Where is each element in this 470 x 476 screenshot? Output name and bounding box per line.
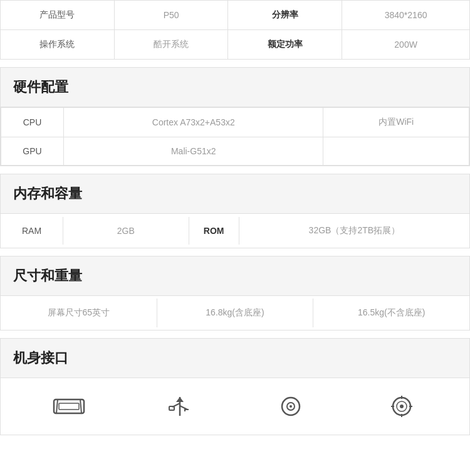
resolution-value: 3840*2160: [342, 1, 470, 30]
dimensions-title: 尺寸和重量: [1, 257, 469, 296]
svg-point-14: [400, 405, 404, 408]
cpu-value: Cortex A73x2+A53x2: [64, 108, 323, 137]
table-row: GPU Mali-G51x2: [1, 137, 469, 166]
interface-icons-row: [1, 378, 469, 435]
resolution-label: 分辨率: [228, 1, 342, 30]
svg-marker-3: [176, 397, 184, 402]
hardware-table: CPU Cortex A73x2+A53x2 内置WiFi GPU Mali-G…: [1, 107, 469, 166]
dimensions-row: 屏幕尺寸65英寸 16.8kg(含底座) 16.5kg(不含底座): [1, 296, 469, 330]
table-row: 产品型号 P50 分辨率 3840*2160: [1, 1, 470, 30]
table-row: CPU Cortex A73x2+A53x2 内置WiFi: [1, 108, 469, 137]
hdmi-icon-item: [53, 394, 85, 418]
ram-value: 2GB: [63, 217, 189, 245]
svg-point-11: [290, 405, 292, 408]
power-label: 额定功率: [228, 30, 342, 60]
interface-title: 机身接口: [1, 339, 469, 378]
headphone-icon-item: [274, 394, 307, 418]
product-table: 产品型号 P50 分辨率 3840*2160 操作系统 酷开系统 额定功率 20…: [0, 0, 470, 60]
weight-without-base: 16.5kg(不含底座): [313, 299, 469, 327]
av-icon-item: [385, 394, 418, 418]
os-value: 酷开系统: [114, 30, 228, 60]
headphone-icon: [274, 394, 307, 418]
usb-icon: [164, 394, 196, 418]
svg-rect-1: [59, 403, 79, 410]
product-model-label: 产品型号: [1, 1, 115, 30]
rom-label: ROM: [189, 217, 239, 245]
hardware-body: CPU Cortex A73x2+A53x2 内置WiFi GPU Mali-G…: [1, 107, 469, 166]
os-label: 操作系统: [1, 30, 115, 60]
wifi-label: 内置WiFi: [323, 108, 469, 137]
memory-section: 内存和容量 RAM 2GB ROM 32GB（支持2TB拓展）: [0, 174, 470, 248]
gpu-extra: [323, 137, 469, 166]
hdmi-icon: [53, 394, 85, 418]
memory-body: RAM 2GB ROM 32GB（支持2TB拓展）: [1, 214, 469, 248]
weight-with-base: 16.8kg(含底座): [157, 299, 314, 327]
av-icon: [385, 394, 418, 418]
dimensions-section: 尺寸和重量 屏幕尺寸65英寸 16.8kg(含底座) 16.5kg(不含底座): [0, 256, 470, 331]
ram-label: RAM: [1, 217, 63, 245]
table-row: 操作系统 酷开系统 额定功率 200W: [1, 30, 470, 60]
cpu-label: CPU: [1, 108, 64, 137]
svg-rect-5: [169, 406, 174, 410]
product-model-value: P50: [114, 1, 228, 30]
rom-value: 32GB（支持2TB拓展）: [239, 216, 469, 245]
gpu-label: GPU: [1, 137, 64, 166]
usb-icon-item: [164, 394, 196, 418]
gpu-value: Mali-G51x2: [64, 137, 323, 166]
hardware-section: 硬件配置 CPU Cortex A73x2+A53x2 内置WiFi GPU M…: [0, 67, 470, 166]
svg-rect-0: [54, 399, 84, 413]
memory-title: 内存和容量: [1, 174, 469, 214]
memory-row: RAM 2GB ROM 32GB（支持2TB拓展）: [1, 214, 469, 248]
hardware-title: 硬件配置: [1, 68, 469, 107]
power-value: 200W: [342, 30, 470, 60]
dimensions-body: 屏幕尺寸65英寸 16.8kg(含底座) 16.5kg(不含底座): [1, 296, 469, 330]
interface-body: [1, 378, 469, 435]
screen-size: 屏幕尺寸65英寸: [1, 299, 157, 327]
interface-section: 机身接口: [0, 338, 470, 435]
